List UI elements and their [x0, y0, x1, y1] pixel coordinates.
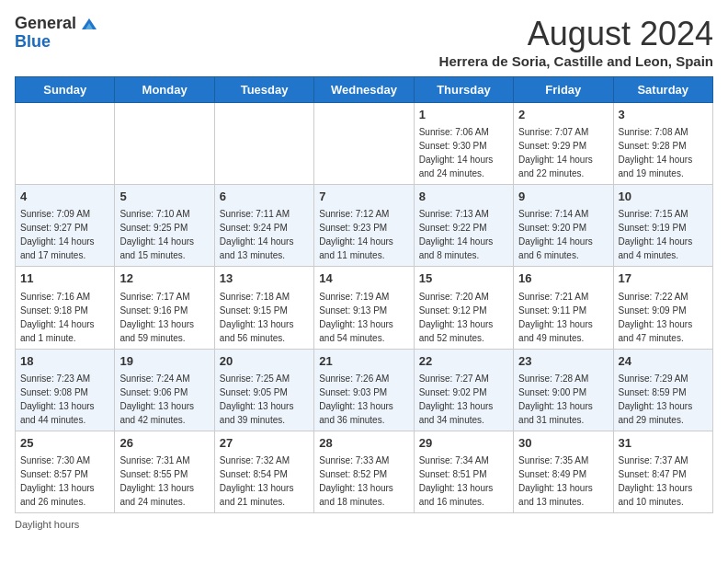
day-number: 29: [419, 435, 508, 452]
day-header-monday: Monday: [115, 77, 214, 103]
calendar-cell: 12Sunrise: 7:17 AM Sunset: 9:16 PM Dayli…: [115, 267, 214, 349]
title-block: August 2024 Herrera de Soria, Castille a…: [439, 15, 713, 69]
day-number: 22: [419, 353, 508, 370]
calendar-subtitle: Herrera de Soria, Castille and Leon, Spa…: [439, 53, 713, 69]
day-number: 24: [619, 353, 708, 370]
day-header-row: SundayMondayTuesdayWednesdayThursdayFrid…: [16, 77, 713, 103]
day-number: 27: [220, 435, 309, 452]
calendar-cell: 7Sunrise: 7:12 AM Sunset: 9:23 PM Daylig…: [314, 185, 414, 267]
day-info: Sunrise: 7:09 AM Sunset: 9:27 PM Dayligh…: [20, 209, 95, 260]
day-header-friday: Friday: [514, 77, 613, 103]
day-number: 26: [119, 435, 209, 452]
logo-blue-text: Blue: [15, 32, 51, 51]
day-number: 1: [419, 107, 508, 123]
day-info: Sunrise: 7:17 AM Sunset: 9:16 PM Dayligh…: [119, 292, 194, 343]
day-number: 20: [220, 353, 309, 370]
day-header-tuesday: Tuesday: [214, 77, 313, 103]
calendar-cell: 10Sunrise: 7:15 AM Sunset: 9:19 PM Dayli…: [613, 185, 712, 267]
day-info: Sunrise: 7:34 AM Sunset: 8:51 PM Dayligh…: [419, 455, 494, 507]
calendar-cell: 16Sunrise: 7:21 AM Sunset: 9:11 PM Dayli…: [514, 267, 613, 349]
day-number: 17: [619, 270, 708, 287]
day-number: 8: [419, 189, 508, 205]
logo-general-text: General: [15, 15, 76, 33]
day-info: Sunrise: 7:29 AM Sunset: 8:59 PM Dayligh…: [619, 373, 693, 425]
day-header-sunday: Sunday: [16, 77, 115, 103]
day-info: Sunrise: 7:20 AM Sunset: 9:12 PM Dayligh…: [419, 292, 494, 343]
calendar-cell: 23Sunrise: 7:28 AM Sunset: 9:00 PM Dayli…: [514, 349, 613, 431]
calendar-cell: 9Sunrise: 7:14 AM Sunset: 9:20 PM Daylig…: [514, 185, 613, 267]
day-header-thursday: Thursday: [414, 77, 513, 103]
day-number: 25: [20, 435, 109, 452]
day-number: 14: [319, 270, 408, 287]
day-info: Sunrise: 7:07 AM Sunset: 9:29 PM Dayligh…: [518, 127, 593, 178]
day-info: Sunrise: 7:10 AM Sunset: 9:25 PM Dayligh…: [119, 209, 194, 260]
calendar-cell: 15Sunrise: 7:20 AM Sunset: 9:12 PM Dayli…: [414, 267, 513, 349]
day-header-saturday: Saturday: [613, 77, 712, 103]
calendar-cell: 20Sunrise: 7:25 AM Sunset: 9:05 PM Dayli…: [214, 349, 313, 431]
logo: General Blue: [15, 15, 98, 52]
day-number: 12: [119, 270, 209, 287]
calendar-cell: 28Sunrise: 7:33 AM Sunset: 8:52 PM Dayli…: [314, 431, 414, 512]
day-number: 9: [518, 189, 608, 205]
week-row-5: 25Sunrise: 7:30 AM Sunset: 8:57 PM Dayli…: [16, 431, 713, 512]
day-number: 21: [319, 353, 408, 370]
calendar-title: August 2024: [439, 15, 713, 53]
calendar-cell: [214, 103, 313, 185]
calendar-cell: 24Sunrise: 7:29 AM Sunset: 8:59 PM Dayli…: [613, 349, 712, 431]
day-number: 4: [20, 189, 109, 205]
day-info: Sunrise: 7:26 AM Sunset: 9:03 PM Dayligh…: [319, 373, 393, 425]
day-info: Sunrise: 7:21 AM Sunset: 9:11 PM Dayligh…: [518, 292, 593, 343]
day-number: 19: [119, 353, 209, 370]
day-info: Sunrise: 7:14 AM Sunset: 9:20 PM Dayligh…: [518, 209, 593, 260]
day-number: 3: [619, 107, 708, 123]
day-info: Sunrise: 7:11 AM Sunset: 9:24 PM Dayligh…: [220, 209, 294, 260]
day-info: Sunrise: 7:31 AM Sunset: 8:55 PM Dayligh…: [119, 455, 194, 507]
day-info: Sunrise: 7:08 AM Sunset: 9:28 PM Dayligh…: [619, 127, 693, 178]
day-info: Sunrise: 7:16 AM Sunset: 9:18 PM Dayligh…: [20, 292, 95, 343]
calendar-cell: 3Sunrise: 7:08 AM Sunset: 9:28 PM Daylig…: [613, 103, 712, 185]
day-info: Sunrise: 7:24 AM Sunset: 9:06 PM Dayligh…: [119, 373, 194, 425]
day-number: 7: [319, 189, 408, 205]
calendar-cell: 18Sunrise: 7:23 AM Sunset: 9:08 PM Dayli…: [16, 349, 115, 431]
calendar-cell: 25Sunrise: 7:30 AM Sunset: 8:57 PM Dayli…: [16, 431, 115, 512]
calendar-cell: 5Sunrise: 7:10 AM Sunset: 9:25 PM Daylig…: [115, 185, 214, 267]
calendar-cell: 6Sunrise: 7:11 AM Sunset: 9:24 PM Daylig…: [214, 185, 313, 267]
day-info: Sunrise: 7:13 AM Sunset: 9:22 PM Dayligh…: [419, 209, 494, 260]
day-number: 11: [20, 270, 109, 287]
day-number: 30: [518, 435, 608, 452]
calendar-table: SundayMondayTuesdayWednesdayThursdayFrid…: [15, 76, 713, 513]
week-row-4: 18Sunrise: 7:23 AM Sunset: 9:08 PM Dayli…: [16, 349, 713, 431]
calendar-cell: 21Sunrise: 7:26 AM Sunset: 9:03 PM Dayli…: [314, 349, 414, 431]
day-info: Sunrise: 7:22 AM Sunset: 9:09 PM Dayligh…: [619, 292, 693, 343]
day-number: 31: [619, 435, 708, 452]
week-row-2: 4Sunrise: 7:09 AM Sunset: 9:27 PM Daylig…: [16, 185, 713, 267]
day-info: Sunrise: 7:19 AM Sunset: 9:13 PM Dayligh…: [319, 292, 393, 343]
day-number: 16: [518, 270, 608, 287]
calendar-cell: 8Sunrise: 7:13 AM Sunset: 9:22 PM Daylig…: [414, 185, 513, 267]
day-info: Sunrise: 7:27 AM Sunset: 9:02 PM Dayligh…: [419, 373, 494, 425]
calendar-cell: 31Sunrise: 7:37 AM Sunset: 8:47 PM Dayli…: [613, 431, 712, 512]
day-info: Sunrise: 7:35 AM Sunset: 8:49 PM Dayligh…: [518, 455, 593, 507]
calendar-cell: [16, 103, 115, 185]
day-info: Sunrise: 7:37 AM Sunset: 8:47 PM Dayligh…: [619, 455, 693, 507]
day-number: 10: [619, 189, 708, 205]
page-header: General Blue August 2024 Herrera de Sori…: [15, 15, 713, 69]
calendar-cell: 17Sunrise: 7:22 AM Sunset: 9:09 PM Dayli…: [613, 267, 712, 349]
week-row-1: 1Sunrise: 7:06 AM Sunset: 9:30 PM Daylig…: [16, 103, 713, 185]
day-info: Sunrise: 7:28 AM Sunset: 9:00 PM Dayligh…: [518, 373, 593, 425]
calendar-cell: 22Sunrise: 7:27 AM Sunset: 9:02 PM Dayli…: [414, 349, 513, 431]
day-number: 15: [419, 270, 508, 287]
logo-icon: [80, 15, 98, 33]
week-row-3: 11Sunrise: 7:16 AM Sunset: 9:18 PM Dayli…: [16, 267, 713, 349]
day-number: 2: [518, 107, 608, 123]
day-header-wednesday: Wednesday: [314, 77, 414, 103]
calendar-cell: [314, 103, 414, 185]
day-info: Sunrise: 7:06 AM Sunset: 9:30 PM Dayligh…: [419, 127, 494, 178]
day-info: Sunrise: 7:18 AM Sunset: 9:15 PM Dayligh…: [220, 292, 294, 343]
calendar-cell: 13Sunrise: 7:18 AM Sunset: 9:15 PM Dayli…: [214, 267, 313, 349]
day-info: Sunrise: 7:30 AM Sunset: 8:57 PM Dayligh…: [20, 455, 95, 507]
footer-note: Daylight hours: [15, 519, 713, 530]
day-info: Sunrise: 7:25 AM Sunset: 9:05 PM Dayligh…: [220, 373, 294, 425]
calendar-cell: 11Sunrise: 7:16 AM Sunset: 9:18 PM Dayli…: [16, 267, 115, 349]
day-number: 13: [220, 270, 309, 287]
